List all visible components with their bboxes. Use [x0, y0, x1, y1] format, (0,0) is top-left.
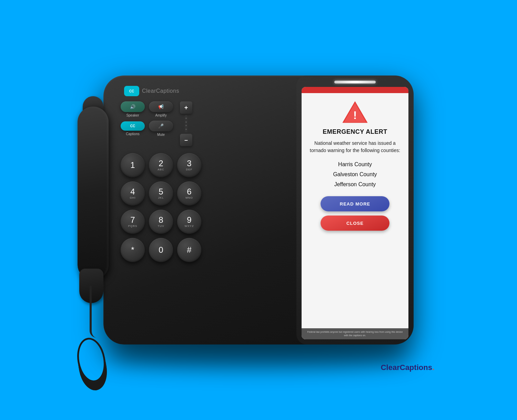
key-9-num: 9 [187, 216, 191, 224]
logo-cc-badge: CC [124, 86, 139, 96]
screen-content: ! EMERGENCY ALERT National weather servi… [302, 93, 408, 328]
handset [71, 96, 119, 296]
key-0-num: 0 [159, 246, 163, 254]
mute-pill[interactable]: 🎤 [149, 121, 173, 131]
screen-disclaimer: Federal law prohibits anyone but registe… [302, 328, 408, 339]
key-5[interactable]: 5 JKL [149, 181, 173, 206]
mute-icon: 🎤 [158, 123, 164, 129]
county-3: Jefferson County [333, 180, 377, 190]
vol-dot-1 [185, 118, 187, 119]
volume-up-button[interactable]: + [180, 101, 192, 114]
key-9-sub: WXYZ [184, 224, 194, 228]
key-8-sub: TUV [158, 224, 164, 228]
logo-area: CC ClearCaptions [117, 86, 286, 96]
function-buttons-row: 🔊 Speaker 📢 Amplify [117, 101, 286, 146]
key-star-num: * [131, 246, 134, 254]
key-7-num: 7 [130, 216, 135, 224]
handset-body [78, 107, 109, 279]
key-2[interactable]: 2 ABC [149, 153, 173, 177]
key-6[interactable]: 6 MNO [177, 181, 201, 206]
read-more-button[interactable]: READ MORE [321, 196, 389, 211]
func-buttons-row1: 🔊 Speaker 📢 Amplify [121, 101, 173, 117]
captions-pill[interactable]: CC [121, 121, 145, 131]
key-5-num: 5 [159, 188, 163, 196]
key-star[interactable]: * [121, 238, 145, 262]
volume-down-button[interactable]: – [180, 134, 192, 146]
counties-list: Harris County Galveston County Jefferson… [333, 160, 377, 189]
keypad: 1 2 ABC 3 DEF 4 GHI 5 JKL [117, 153, 286, 262]
speaker-pill[interactable]: 🔊 [121, 101, 145, 112]
key-2-sub: ABC [158, 168, 164, 171]
captions-label: Captions [126, 132, 139, 136]
key-6-sub: MNO [185, 196, 193, 199]
svg-text:!: ! [353, 109, 357, 121]
volume-track [185, 115, 187, 132]
close-button[interactable]: CLOSE [321, 216, 389, 231]
vol-dot-4 [185, 129, 187, 130]
key-3-sub: DEF [186, 168, 193, 171]
amplify-pill[interactable]: 📢 [149, 101, 173, 112]
key-hash[interactable]: # [177, 238, 201, 262]
key-6-num: 6 [187, 188, 191, 196]
captions-icon: CC [130, 124, 135, 128]
county-1: Harris County [333, 160, 377, 170]
key-3-num: 3 [187, 159, 191, 168]
warning-triangle-icon: ! [341, 100, 369, 124]
county-2: Galveston County [333, 170, 377, 180]
light-bar [334, 81, 376, 83]
handset-cord [90, 286, 100, 338]
amplify-icon: 📢 [158, 104, 164, 109]
key-8-num: 8 [159, 216, 163, 224]
key-4[interactable]: 4 GHI [121, 181, 145, 206]
key-2-num: 2 [159, 159, 163, 168]
amplify-button[interactable]: 📢 Amplify [149, 101, 173, 117]
mute-button[interactable]: 🎤 Mute [149, 121, 173, 137]
volume-slider: + – [180, 101, 192, 146]
brand-name: ClearCaptions [381, 363, 432, 372]
logo-text: ClearCaptions [142, 88, 179, 94]
phone-body: CC ClearCaptions 🔊 Speaker [103, 76, 414, 344]
scene: CC ClearCaptions 🔊 Speaker [69, 38, 448, 382]
phone-screen: ! EMERGENCY ALERT National weather servi… [302, 87, 408, 339]
vol-dot-2 [185, 121, 187, 123]
speaker-button[interactable]: 🔊 Speaker [121, 101, 145, 117]
speaker-icon: 🔊 [130, 104, 135, 109]
screen-red-bar [302, 87, 408, 93]
func-buttons-row2: CC Captions 🎤 Mute [121, 121, 173, 137]
key-hash-num: # [187, 246, 191, 254]
key-1-num: 1 [130, 161, 135, 169]
key-3[interactable]: 3 DEF [177, 153, 201, 177]
emergency-alert-title: EMERGENCY ALERT [323, 128, 387, 136]
key-4-num: 4 [130, 188, 135, 196]
key-8[interactable]: 8 TUV [149, 210, 173, 234]
emergency-message: National weather service has issued a to… [308, 140, 402, 154]
vol-dot-3 [185, 125, 187, 126]
brand-dot: . [432, 363, 434, 372]
keypad-panel: CC ClearCaptions 🔊 Speaker [103, 76, 296, 344]
captions-button[interactable]: CC Captions [121, 121, 145, 136]
screen-panel: ! EMERGENCY ALERT National weather servi… [296, 76, 414, 344]
key-4-sub: GHI [130, 196, 135, 199]
key-7-sub: PQRS [128, 224, 138, 228]
brand-bottom: ClearCaptions. [381, 363, 434, 372]
mute-label: Mute [157, 133, 165, 137]
key-9[interactable]: 9 WXYZ [177, 210, 201, 234]
func-buttons-col: 🔊 Speaker 📢 Amplify [121, 101, 173, 137]
speaker-label: Speaker [126, 113, 139, 117]
key-0[interactable]: 0 [149, 238, 173, 262]
amplify-label: Amplify [155, 113, 167, 117]
key-7[interactable]: 7 PQRS [121, 210, 145, 234]
key-1[interactable]: 1 [121, 153, 145, 177]
phone-shadow [103, 341, 414, 369]
key-5-sub: JKL [158, 196, 164, 199]
